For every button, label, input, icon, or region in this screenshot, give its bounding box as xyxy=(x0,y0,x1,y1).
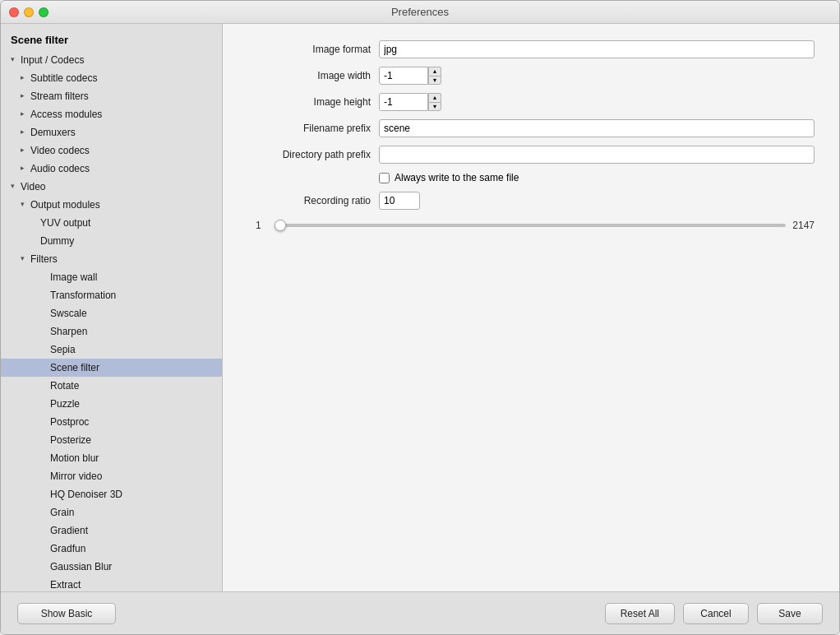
sidebar-item-grain[interactable]: Grain xyxy=(1,503,222,521)
image-height-row: Image height ▴ ▾ xyxy=(247,93,815,111)
sidebar-label-grain: Grain xyxy=(50,505,74,520)
sidebar-item-extract[interactable]: Extract xyxy=(1,576,222,591)
always-write-row: Always write to the same file xyxy=(247,172,815,183)
sidebar-label-stream-filters: Stream filters xyxy=(30,89,89,104)
recording-slider[interactable] xyxy=(275,224,786,227)
filename-prefix-input[interactable] xyxy=(379,119,815,137)
titlebar: Preferences xyxy=(1,1,839,24)
footer-left: Show Basic xyxy=(17,603,605,624)
recording-ratio-input[interactable] xyxy=(379,192,420,210)
image-width-label: Image width xyxy=(247,70,371,81)
sidebar-item-video[interactable]: ▾Video xyxy=(1,178,222,196)
sidebar-item-motion-blur[interactable]: Motion blur xyxy=(1,449,222,467)
slider-min-label: 1 xyxy=(256,220,268,231)
sidebar-item-gradient[interactable]: Gradient xyxy=(1,521,222,540)
tree-arrow-filters: ▾ xyxy=(21,253,30,265)
sidebar-item-subtitle-codecs[interactable]: ▸Subtitle codecs xyxy=(1,69,222,87)
image-height-up[interactable]: ▴ xyxy=(428,93,441,102)
image-format-label: Image format xyxy=(247,44,371,55)
sidebar-label-mirror-video: Mirror video xyxy=(50,469,102,484)
sidebar-item-access-modules[interactable]: ▸Access modules xyxy=(1,105,222,123)
sidebar-tree: ▾Input / Codecs▸Subtitle codecs▸Stream f… xyxy=(1,51,222,591)
sidebar-label-demuxers: Demuxers xyxy=(30,125,76,140)
image-height-down[interactable]: ▾ xyxy=(428,102,441,111)
sidebar-label-sharpen: Sharpen xyxy=(50,324,87,339)
main-panel: Image format Image width ▴ ▾ Image heigh… xyxy=(223,24,839,591)
sidebar-item-image-wall[interactable]: Image wall xyxy=(1,268,222,286)
image-height-spinner: ▴ ▾ xyxy=(428,93,441,111)
sidebar-label-video: Video xyxy=(21,179,45,194)
sidebar-label-rotate: Rotate xyxy=(50,378,79,393)
sidebar-label-image-wall: Image wall xyxy=(50,270,97,285)
image-width-input[interactable] xyxy=(379,67,428,85)
image-height-label: Image height xyxy=(247,96,371,108)
always-write-checkbox[interactable] xyxy=(379,173,390,183)
sidebar-item-gaussian-blur[interactable]: Gaussian Blur xyxy=(1,558,222,576)
sidebar-item-transformation[interactable]: Transformation xyxy=(1,286,222,304)
sidebar-item-demuxers[interactable]: ▸Demuxers xyxy=(1,123,222,141)
sidebar-item-swscale[interactable]: Swscale xyxy=(1,304,222,322)
sidebar-item-scene-filter[interactable]: Scene filter xyxy=(1,359,222,377)
sidebar-item-audio-codecs[interactable]: ▸Audio codecs xyxy=(1,160,222,178)
window-controls xyxy=(9,7,48,17)
window-title: Preferences xyxy=(391,6,449,18)
sidebar-label-subtitle-codecs: Subtitle codecs xyxy=(30,71,97,86)
sidebar-item-sharpen[interactable]: Sharpen xyxy=(1,322,222,341)
footer-right: Reset All Cancel Save xyxy=(605,603,823,624)
sidebar-item-video-codecs[interactable]: ▸Video codecs xyxy=(1,141,222,160)
image-height-input[interactable] xyxy=(379,93,428,111)
sidebar: Scene filter ▾Input / Codecs▸Subtitle co… xyxy=(1,24,223,591)
directory-path-row: Directory path prefix xyxy=(247,146,815,164)
minimize-button[interactable] xyxy=(24,7,34,17)
sidebar-item-gradfun[interactable]: Gradfun xyxy=(1,540,222,558)
sidebar-item-rotate[interactable]: Rotate xyxy=(1,377,222,395)
sidebar-label-hq-denoiser-3d: HQ Denoiser 3D xyxy=(50,487,122,502)
save-button[interactable]: Save xyxy=(757,603,823,624)
sidebar-label-dummy: Dummy xyxy=(40,234,74,248)
sidebar-label-scene-filter: Scene filter xyxy=(50,360,99,375)
tree-arrow-audio-codecs: ▸ xyxy=(21,163,30,174)
sidebar-label-gradient: Gradient xyxy=(50,523,88,538)
tree-arrow-access-modules: ▸ xyxy=(21,109,30,120)
tree-arrow-video: ▾ xyxy=(11,181,21,192)
sidebar-label-motion-blur: Motion blur xyxy=(50,451,99,466)
tree-arrow-input-codecs: ▾ xyxy=(11,54,21,66)
close-button[interactable] xyxy=(9,7,19,17)
sidebar-heading: Scene filter xyxy=(1,30,222,51)
directory-path-label: Directory path prefix xyxy=(247,149,371,160)
sidebar-label-puzzle: Puzzle xyxy=(50,396,80,411)
image-width-up[interactable]: ▴ xyxy=(428,67,441,76)
image-format-row: Image format xyxy=(247,40,815,58)
sidebar-item-postproc[interactable]: Postproc xyxy=(1,413,222,431)
sidebar-label-extract: Extract xyxy=(50,577,81,591)
preferences-window: Preferences Scene filter ▾Input / Codecs… xyxy=(0,0,840,635)
sidebar-item-input-codecs[interactable]: ▾Input / Codecs xyxy=(1,51,222,69)
sidebar-label-gradfun: Gradfun xyxy=(50,541,85,556)
sidebar-item-dummy[interactable]: Dummy xyxy=(1,232,222,250)
image-width-down[interactable]: ▾ xyxy=(428,76,441,85)
filename-prefix-row: Filename prefix xyxy=(247,119,815,137)
directory-path-input[interactable] xyxy=(379,146,815,164)
image-format-input[interactable] xyxy=(379,40,815,58)
sidebar-item-output-modules[interactable]: ▾Output modules xyxy=(1,196,222,214)
sidebar-item-yuv-output[interactable]: YUV output xyxy=(1,214,222,232)
filename-prefix-label: Filename prefix xyxy=(247,123,371,134)
sidebar-label-output-modules: Output modules xyxy=(30,197,100,212)
sidebar-item-mirror-video[interactable]: Mirror video xyxy=(1,467,222,485)
sidebar-item-sepia[interactable]: Sepia xyxy=(1,341,222,359)
sidebar-item-stream-filters[interactable]: ▸Stream filters xyxy=(1,87,222,105)
sidebar-item-puzzle[interactable]: Puzzle xyxy=(1,395,222,413)
maximize-button[interactable] xyxy=(39,7,48,17)
sidebar-item-posterize[interactable]: Posterize xyxy=(1,431,222,449)
image-width-spinner: ▴ ▾ xyxy=(428,67,441,85)
sidebar-label-filters: Filters xyxy=(30,252,58,267)
tree-arrow-subtitle-codecs: ▸ xyxy=(21,72,30,84)
reset-all-button[interactable]: Reset All xyxy=(605,603,675,624)
cancel-button[interactable]: Cancel xyxy=(683,603,749,624)
image-width-row: Image width ▴ ▾ xyxy=(247,67,815,85)
tree-arrow-output-modules: ▾ xyxy=(21,199,30,211)
show-basic-button[interactable]: Show Basic xyxy=(17,603,116,624)
sidebar-item-filters[interactable]: ▾Filters xyxy=(1,250,222,268)
sidebar-label-gaussian-blur: Gaussian Blur xyxy=(50,559,112,574)
sidebar-item-hq-denoiser-3d[interactable]: HQ Denoiser 3D xyxy=(1,485,222,503)
